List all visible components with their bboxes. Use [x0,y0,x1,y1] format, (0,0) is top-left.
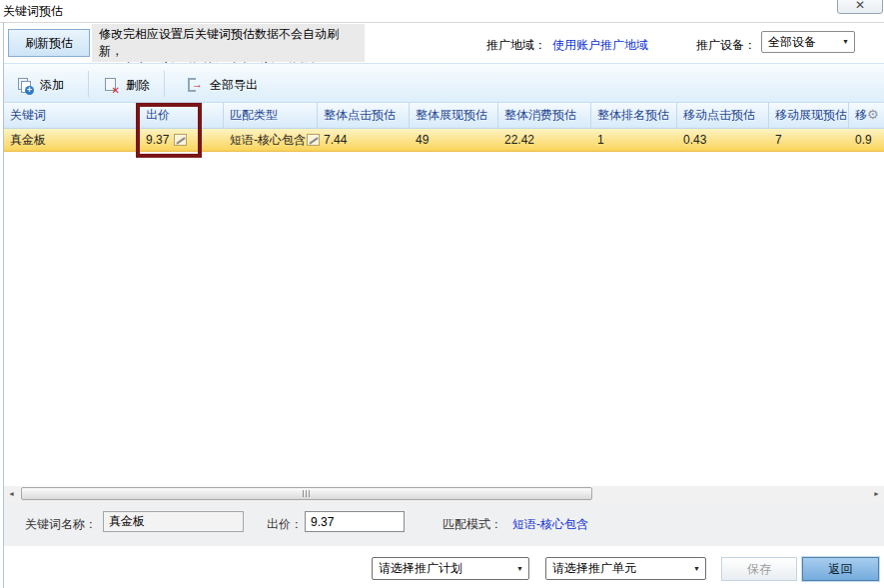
chevron-down-icon: ▼ [693,565,700,572]
column-settings-gear-icon[interactable]: ⚙ [867,108,879,122]
horizontal-scrollbar[interactable]: ◄ ► [4,486,884,502]
column-header-bid[interactable]: 出价 [140,103,224,128]
window-title: 关键词预估 [3,3,63,20]
cell-overall-rank: 1 [591,129,677,151]
promotion-unit-select-value: 请选择推广单元 [552,558,636,579]
notice-line-1: 修改完相应设置后关键词预估数据不会自动刷新， [99,26,358,60]
column-header-overall-rank[interactable]: 整体排名预估 [591,103,677,128]
delete-button[interactable]: ✕ 删除 [104,77,150,93]
keyword-edit-form: 关键词名称： 出价： 匹配模式： 短语-核心包含 [4,502,884,546]
cell-mobile-clicks: 0.43 [677,129,769,151]
cell-keyword: 真金板 [4,129,140,151]
table-header-row: 关键词 出价 匹配类型 整体点击预估 整体展现预估 整体消费预估 整体排名预估 … [4,103,884,129]
add-button-label: 添加 [40,77,64,94]
table-row[interactable]: 真金板 9.37 短语-核心包含 7.44 49 22.42 1 0.43 7 … [4,129,884,152]
bid-label: 出价： [267,516,303,533]
scroll-right-arrow[interactable]: ► [869,486,884,502]
table-body-area [4,103,884,486]
keyword-name-input[interactable] [103,511,244,532]
column-header-match-type[interactable]: 匹配类型 [224,103,318,128]
back-button[interactable]: 返回 [802,557,879,581]
export-icon: → [188,78,204,92]
cell-mobile-impressions: 7 [769,129,849,151]
scrollbar-grip [303,490,312,497]
add-button[interactable]: + 添加 [18,77,64,93]
action-toolbar: + 添加 ✕ 删除 → 全部导出 [4,63,884,103]
delete-icon: ✕ [104,78,120,93]
device-select-value: 全部设备 [768,32,816,52]
titlebar-divider [0,22,884,23]
column-header-keyword[interactable]: 关键词 [4,103,140,128]
scrollbar-thumb[interactable] [21,487,592,500]
close-icon: ✕ [855,0,865,12]
column-header-overall-impressions[interactable]: 整体展现预估 [410,103,498,128]
cell-mobile-cost-partial: 0.9 [849,129,884,151]
close-button[interactable]: ✕ [837,0,883,14]
promotion-unit-select[interactable]: 请选择推广单元 ▼ [545,557,706,580]
promotion-device-label: 推广设备： [696,37,756,54]
chevron-down-icon: ▼ [516,565,523,572]
keyword-name-label: 关键词名称： [25,516,97,533]
export-all-label: 全部导出 [210,77,258,94]
promotion-region-label: 推广地域： [486,37,546,54]
edit-bid-icon[interactable] [174,134,187,146]
device-select[interactable]: 全部设备 ▼ [761,31,855,53]
refresh-notice: 修改完相应设置后关键词预估数据不会自动刷新， 需要点击“刷新预估”按钮才会刷新预… [92,24,365,62]
scroll-left-arrow[interactable]: ◄ [4,486,19,502]
promotion-plan-select-value: 请选择推广计划 [379,558,462,579]
match-mode-label: 匹配模式： [442,516,502,533]
delete-button-label: 删除 [126,77,150,94]
cell-overall-impressions: 49 [410,129,498,151]
refresh-estimate-button[interactable]: 刷新预估 [8,29,90,57]
cell-overall-clicks: 7.44 [318,129,410,151]
cell-bid: 9.37 [140,129,224,151]
cell-overall-cost: 22.42 [498,129,591,151]
promotion-region-link[interactable]: 使用账户推广地域 [552,37,648,54]
promotion-plan-select[interactable]: 请选择推广计划 ▼ [372,557,529,580]
match-mode-link[interactable]: 短语-核心包含 [512,516,588,533]
column-header-overall-cost[interactable]: 整体消费预估 [498,103,591,128]
bid-input[interactable] [305,511,405,532]
add-icon: + [18,78,34,93]
column-header-mobile-cost-partial[interactable]: 移 ⚙ [849,103,884,128]
column-header-mobile-impressions[interactable]: 移动展现预估 [769,103,849,128]
toolbar-divider [164,71,165,97]
export-all-button[interactable]: → 全部导出 [188,77,258,93]
column-header-overall-clicks[interactable]: 整体点击预估 [318,103,410,128]
toolbar-divider [88,71,89,97]
save-button[interactable]: 保存 [721,557,797,581]
chevron-down-icon: ▼ [842,38,849,45]
column-header-mobile-clicks[interactable]: 移动点击预估 [677,103,769,128]
